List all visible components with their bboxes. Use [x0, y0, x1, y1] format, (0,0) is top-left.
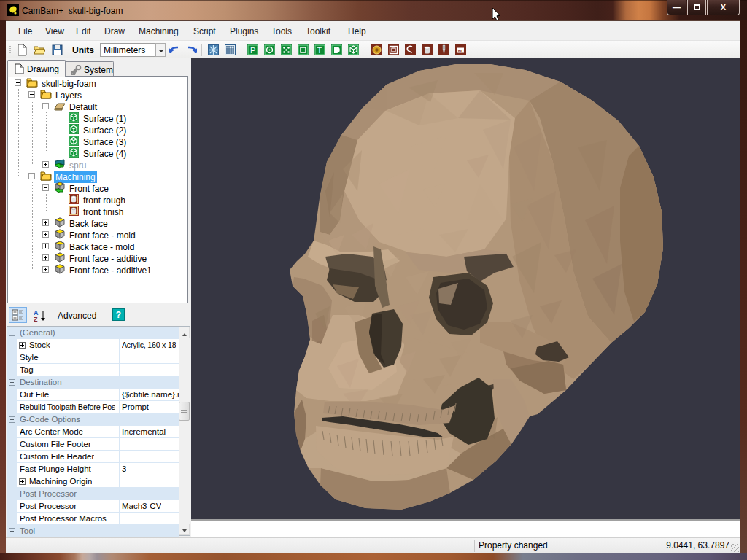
svg-text:T: T — [317, 46, 322, 55]
svg-text:Z: Z — [34, 316, 38, 322]
svg-text:NC: NC — [458, 49, 465, 53]
svg-text:P: P — [250, 46, 255, 55]
